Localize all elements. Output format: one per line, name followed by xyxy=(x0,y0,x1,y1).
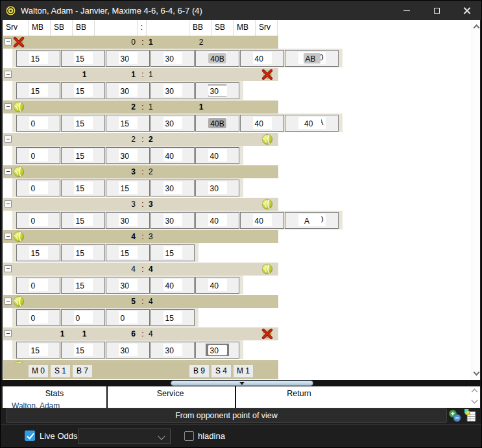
scroll-up-icon[interactable] xyxy=(474,25,480,31)
scroll-down-icon[interactable] xyxy=(474,370,480,376)
point-cell-right[interactable]: 30 xyxy=(163,86,182,96)
point-cell-right[interactable]: 30 xyxy=(163,53,182,64)
odds-dropdown[interactable] xyxy=(78,429,171,444)
point-box[interactable]: 4030 xyxy=(195,180,239,196)
point-cell-right[interactable]: 30 xyxy=(119,150,138,161)
point-box[interactable]: 1530 xyxy=(106,50,150,67)
point-cell-right[interactable]: 15 xyxy=(119,183,138,193)
vertical-scrollbar[interactable] xyxy=(472,20,480,380)
point-cell-right[interactable]: 15 xyxy=(29,248,48,258)
point-box[interactable]: 3040 xyxy=(195,212,239,229)
point-box[interactable]: 150 xyxy=(16,212,60,229)
point-box[interactable]: 3030 xyxy=(151,115,195,132)
opponent-view-button[interactable]: From opponent point of view xyxy=(6,408,447,423)
hladina-checkbox[interactable] xyxy=(184,431,194,441)
horizontal-scrollbar-thumb[interactable] xyxy=(171,381,313,386)
score-sheet-icon[interactable] xyxy=(464,409,477,423)
point-box[interactable]: 150 xyxy=(16,277,60,294)
point-cell-right[interactable]: 15 xyxy=(29,345,48,355)
point-cell-right[interactable]: 15 xyxy=(74,248,93,258)
point-cell-right[interactable]: 0 xyxy=(29,183,48,193)
live-odds-checkbox[interactable] xyxy=(25,430,35,441)
point-cell-right[interactable]: 15 xyxy=(74,86,93,96)
point-cell-right[interactable]: 30 xyxy=(119,280,138,290)
point-box[interactable]: 1515 xyxy=(61,147,105,164)
collapse-icon[interactable] xyxy=(5,330,12,337)
collapse-icon[interactable] xyxy=(5,71,12,78)
point-cell-right[interactable]: 30 xyxy=(208,86,227,96)
point-cell-right[interactable]: 0 xyxy=(29,280,48,290)
collapse-icon[interactable] xyxy=(5,103,12,110)
point-box[interactable]: 150 xyxy=(16,180,60,196)
point-cell-right[interactable]: 30 xyxy=(119,53,138,64)
point-box[interactable]: 3015 xyxy=(106,244,150,261)
point-box[interactable]: 3040 xyxy=(195,277,239,294)
point-cell-right[interactable]: 40B xyxy=(208,118,226,128)
collapse-icon[interactable] xyxy=(5,200,12,207)
collapse-icon[interactable] xyxy=(5,233,12,240)
point-box[interactable]: 150 xyxy=(16,147,60,164)
point-box[interactable]: 300 xyxy=(61,309,105,326)
point-box[interactable]: 40A xyxy=(285,212,339,229)
point-box[interactable]: A40 xyxy=(285,115,339,132)
point-cell-right[interactable]: 30 xyxy=(163,183,182,193)
point-cell-right[interactable]: 40 xyxy=(163,280,182,290)
point-cell-right[interactable]: 15 xyxy=(74,118,93,128)
point-cell-right[interactable]: 40 xyxy=(208,150,227,161)
point-box[interactable]: SB4030 xyxy=(195,342,239,359)
collapse-icon[interactable] xyxy=(5,136,12,143)
point-cell-right[interactable]: 15 xyxy=(74,183,93,193)
point-box[interactable]: 400 xyxy=(106,309,150,326)
point-cell-right[interactable]: 0 xyxy=(29,118,48,128)
collapse-icon[interactable] xyxy=(5,38,12,45)
point-box[interactable]: 015 xyxy=(16,50,60,67)
point-box[interactable]: 3030 xyxy=(151,212,195,229)
point-box[interactable]: 1530 xyxy=(106,342,150,359)
point-box[interactable]: 015 xyxy=(16,82,60,99)
point-box[interactable]: 1530 xyxy=(106,147,150,164)
point-box[interactable]: 015 xyxy=(16,244,60,261)
point-cell-right[interactable]: 30 xyxy=(163,118,182,128)
point-cell-right[interactable]: 15 xyxy=(119,248,138,258)
collapse-icon[interactable] xyxy=(5,168,12,175)
point-cell-right[interactable]: 40 xyxy=(253,118,272,128)
zoom-in-out-icon[interactable] xyxy=(448,409,462,423)
point-box[interactable]: 3040 xyxy=(195,147,239,164)
point-box[interactable]: 3015 xyxy=(106,180,150,196)
minimize-button[interactable] xyxy=(392,1,422,20)
point-cell-right[interactable]: AB xyxy=(304,53,320,64)
point-box[interactable]: 3015 xyxy=(106,115,150,132)
point-cell-right[interactable]: 15 xyxy=(74,345,93,355)
point-cell-right[interactable]: 15 xyxy=(74,150,93,161)
point-box[interactable]: 1530 xyxy=(106,212,150,229)
collapse-icon[interactable] xyxy=(5,298,12,305)
point-cell-right[interactable]: 40 xyxy=(208,280,227,290)
point-box[interactable]: 4040 xyxy=(240,115,284,132)
point-box[interactable]: B4030 xyxy=(195,82,239,99)
point-cell-right[interactable]: 15 xyxy=(74,215,93,226)
point-cell-right[interactable]: 40 xyxy=(253,215,272,226)
point-box[interactable]: 3030 xyxy=(151,82,195,99)
point-cell-right[interactable]: 0 xyxy=(74,312,93,323)
point-cell-right[interactable]: 40 xyxy=(302,118,321,128)
point-box[interactable]: 1515 xyxy=(61,115,105,132)
point-box[interactable]: 1540 xyxy=(151,147,195,164)
point-box[interactable]: 40AB xyxy=(285,50,339,67)
point-box[interactable]: 3040B xyxy=(195,115,239,132)
collapse-icon[interactable] xyxy=(5,265,12,272)
point-box[interactable]: 1530 xyxy=(106,277,150,294)
point-box[interactable]: 1515 xyxy=(61,277,105,294)
point-box[interactable]: 150 xyxy=(16,115,60,132)
point-cell-right[interactable]: 40 xyxy=(253,53,272,64)
point-box[interactable]: 4040 xyxy=(240,50,284,67)
point-cell-right[interactable]: 0 xyxy=(119,312,138,323)
point-box[interactable]: 1515 xyxy=(61,180,105,196)
point-cell-right[interactable]: 0 xyxy=(29,215,48,226)
point-box[interactable]: 3040B xyxy=(195,50,239,67)
point-cell-right[interactable]: 0 xyxy=(29,150,48,161)
point-cell-right[interactable]: 15 xyxy=(29,53,48,64)
point-box[interactable]: 1515 xyxy=(61,342,105,359)
maximize-button[interactable] xyxy=(422,1,452,20)
point-cell-right[interactable]: 15 xyxy=(74,53,93,64)
point-box[interactable]: 015 xyxy=(16,342,60,359)
